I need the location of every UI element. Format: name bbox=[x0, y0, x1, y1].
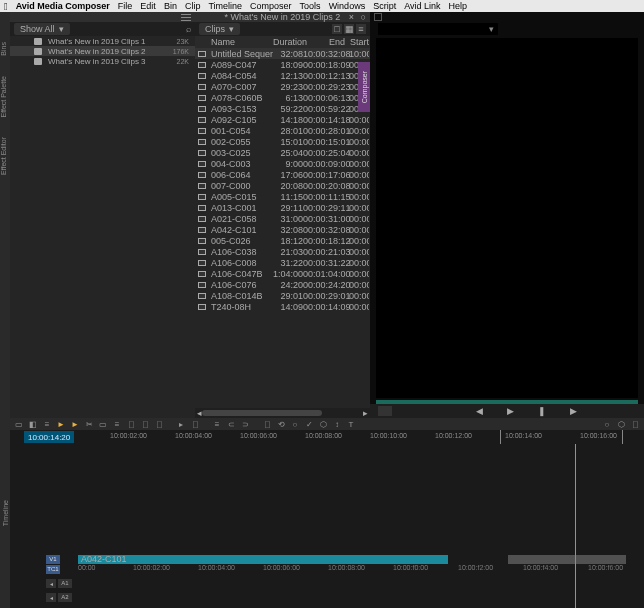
tl-tool[interactable]: ○ bbox=[290, 419, 300, 429]
rail-bins[interactable]: Bins bbox=[0, 42, 10, 56]
menu-edit[interactable]: Edit bbox=[140, 1, 156, 11]
tl-tool[interactable]: ⎕ bbox=[140, 419, 150, 429]
tl-tool-arrow[interactable]: ► bbox=[56, 419, 66, 429]
clip-row[interactable]: A021-C05831:0000:00:31:0000:00:00 bbox=[195, 213, 370, 224]
clip-row[interactable]: A005-C01511:1500:00:11:1500:00:00 bbox=[195, 191, 370, 202]
step-fwd-icon[interactable]: ▶ bbox=[570, 406, 577, 416]
col-duration[interactable]: Duration bbox=[273, 37, 303, 47]
track-mute-a2[interactable]: ◂ bbox=[46, 593, 56, 602]
tl-tool[interactable]: ⎕ bbox=[126, 419, 136, 429]
play-icon[interactable]: ▶ bbox=[507, 406, 514, 416]
tl-tool[interactable]: ⎕ bbox=[262, 419, 272, 429]
timeline-ruler[interactable]: 10:00:14:20 10:00:02:00 10:00:04:00 10:0… bbox=[10, 430, 644, 444]
pause-icon[interactable]: ❚ bbox=[538, 406, 546, 416]
tl-tool[interactable]: ▸ bbox=[176, 419, 186, 429]
clip-hscroll[interactable]: ◂ ▸ bbox=[195, 408, 370, 418]
clip-row[interactable]: 004-C0039:0000:00:09:0000:00:00 bbox=[195, 158, 370, 169]
tl-tool[interactable]: ⬡ bbox=[318, 419, 328, 429]
tl-tool[interactable]: ○ bbox=[602, 419, 612, 429]
transport-btn[interactable] bbox=[378, 406, 392, 416]
composer-viewport[interactable] bbox=[376, 38, 638, 398]
timeline-tab-label[interactable]: Timeline bbox=[2, 500, 9, 526]
scroll-right-icon[interactable]: ▸ bbox=[363, 408, 368, 418]
track-mute-a1[interactable]: ◂ bbox=[46, 579, 56, 588]
view-grid-icon[interactable]: ▦ bbox=[344, 24, 354, 34]
out-mark[interactable] bbox=[622, 430, 623, 444]
timeline-clip-ghost[interactable] bbox=[508, 555, 626, 564]
bin-row[interactable]: What's New in 2019 Clips 1 23K bbox=[10, 36, 195, 46]
tl-tool[interactable]: ▭ bbox=[98, 419, 108, 429]
clip-row[interactable]: 007-C00020:0800:00:20:0800:00:00 bbox=[195, 180, 370, 191]
clip-row[interactable]: 002-C05515:0100:00:15:0100:00:00 bbox=[195, 136, 370, 147]
clip-filter-dropdown[interactable]: Clips ▾ bbox=[199, 23, 240, 35]
step-back-icon[interactable]: ◀ bbox=[476, 406, 483, 416]
rail-effect-editor[interactable]: Effect Editor bbox=[0, 137, 10, 175]
menu-clip[interactable]: Clip bbox=[185, 1, 201, 11]
tl-tool[interactable]: ⬡ bbox=[616, 419, 626, 429]
apple-icon[interactable]:  bbox=[4, 1, 8, 12]
view-list-icon[interactable]: ≡ bbox=[356, 24, 366, 34]
menu-script[interactable]: Script bbox=[373, 1, 396, 11]
rail-effect-palette[interactable]: Effect Palette bbox=[0, 76, 10, 118]
tl-tool[interactable]: ≡ bbox=[212, 419, 222, 429]
hamburger-icon[interactable] bbox=[181, 13, 191, 21]
panel-menu-icon[interactable]: ○ bbox=[361, 12, 366, 22]
tl-tool[interactable]: ▭ bbox=[14, 419, 24, 429]
tl-tool[interactable]: ↕ bbox=[332, 419, 342, 429]
clip-row[interactable]: A084-C05412:1300:00:12:1300:00:00 bbox=[195, 70, 370, 81]
clip-row[interactable]: A078-C060B6:1300:00:06:1300:00:00 bbox=[195, 92, 370, 103]
clip-row[interactable]: A108-C014B29:0100:00:29:0100:00:00 bbox=[195, 290, 370, 301]
menu-avid-link[interactable]: Avid Link bbox=[404, 1, 440, 11]
tl-tool-arrow[interactable]: ► bbox=[70, 419, 80, 429]
close-icon[interactable]: × bbox=[349, 12, 354, 22]
clip-row[interactable]: 006-C06417:0600:00:17:0600:00:00 bbox=[195, 169, 370, 180]
out-mark[interactable] bbox=[500, 430, 501, 444]
menu-file[interactable]: File bbox=[118, 1, 133, 11]
track-selector-a2[interactable]: A2 bbox=[58, 593, 72, 602]
menu-windows[interactable]: Windows bbox=[329, 1, 366, 11]
clip-row[interactable]: A106-C00831:2200:00:31:2200:00:00 bbox=[195, 257, 370, 268]
clip-row[interactable]: A013-C00129:1100:00:29:1100:00:00 bbox=[195, 202, 370, 213]
bin-row[interactable]: What's New in 2019 Clips 2 176K bbox=[10, 46, 195, 56]
composer-menu-icon[interactable] bbox=[374, 13, 382, 21]
tl-tool[interactable]: ⎕ bbox=[154, 419, 164, 429]
tl-tool[interactable]: ✓ bbox=[304, 419, 314, 429]
menu-help[interactable]: Help bbox=[449, 1, 468, 11]
scrollbar-thumb[interactable] bbox=[202, 410, 322, 416]
col-start[interactable]: Start bbox=[349, 37, 369, 47]
tl-tool[interactable]: ⎕ bbox=[630, 419, 640, 429]
col-name[interactable]: Name bbox=[209, 37, 273, 47]
search-icon[interactable]: ⌕ bbox=[186, 24, 191, 34]
timeline-timecode[interactable]: 10:00:14:20 bbox=[24, 431, 74, 443]
clip-row[interactable]: A106-C07624:2000:00:24:2000:00:00 bbox=[195, 279, 370, 290]
clip-row[interactable]: 005-C02618:1200:00:18:1200:00:00 bbox=[195, 235, 370, 246]
tl-tool[interactable]: ✂ bbox=[84, 419, 94, 429]
clip-row[interactable]: T240-08H14:0900:00:14:0900:00:00 bbox=[195, 301, 370, 312]
clip-row[interactable]: A106-C03821:0300:00:21:0300:00:00 bbox=[195, 246, 370, 257]
bin-row[interactable]: What's New in 2019 Clips 3 22K bbox=[10, 56, 195, 66]
clip-row[interactable]: Untitled Sequence.0132:0810:00:32:0810:0… bbox=[195, 48, 370, 59]
tl-tool[interactable]: ≡ bbox=[42, 419, 52, 429]
tl-tool[interactable]: ⎕ bbox=[190, 419, 200, 429]
clip-row[interactable]: 003-C02525:0400:00:25:0400:00:00 bbox=[195, 147, 370, 158]
menu-tools[interactable]: Tools bbox=[300, 1, 321, 11]
clip-row[interactable]: A070-C00729:2300:00:29:2300:00:00 bbox=[195, 81, 370, 92]
menu-composer[interactable]: Composer bbox=[250, 1, 292, 11]
timeline-clip[interactable]: A042-C101 bbox=[78, 555, 448, 564]
clip-row[interactable]: A042-C10132:0800:00:32:0800:00:00 bbox=[195, 224, 370, 235]
timeline-tracks[interactable]: V1 A042-C101 TC1 00:00 10:00:02:00 10:00… bbox=[10, 444, 644, 608]
track-selector-v1[interactable]: V1 bbox=[46, 555, 60, 564]
composer-dropdown[interactable]: ▾ bbox=[378, 23, 498, 35]
view-frame-icon[interactable]: □ bbox=[332, 24, 342, 34]
clip-row[interactable]: A093-C15359:2200:00:59:2200:00:00 bbox=[195, 103, 370, 114]
tl-tool[interactable]: ⊃ bbox=[240, 419, 250, 429]
clip-row[interactable]: A092-C10514:1800:00:14:1800:00:00 bbox=[195, 114, 370, 125]
col-end[interactable]: End bbox=[303, 37, 349, 47]
menu-timeline[interactable]: Timeline bbox=[208, 1, 242, 11]
tl-tool[interactable]: ⟲ bbox=[276, 419, 286, 429]
clip-row[interactable]: 001-C05428:0100:00:28:0100:00:00 bbox=[195, 125, 370, 136]
track-selector-tc1[interactable]: TC1 bbox=[46, 565, 60, 574]
composer-tab[interactable]: Composer bbox=[358, 62, 370, 112]
tl-tool[interactable]: ◧ bbox=[28, 419, 38, 429]
tl-tool[interactable]: ⊂ bbox=[226, 419, 236, 429]
